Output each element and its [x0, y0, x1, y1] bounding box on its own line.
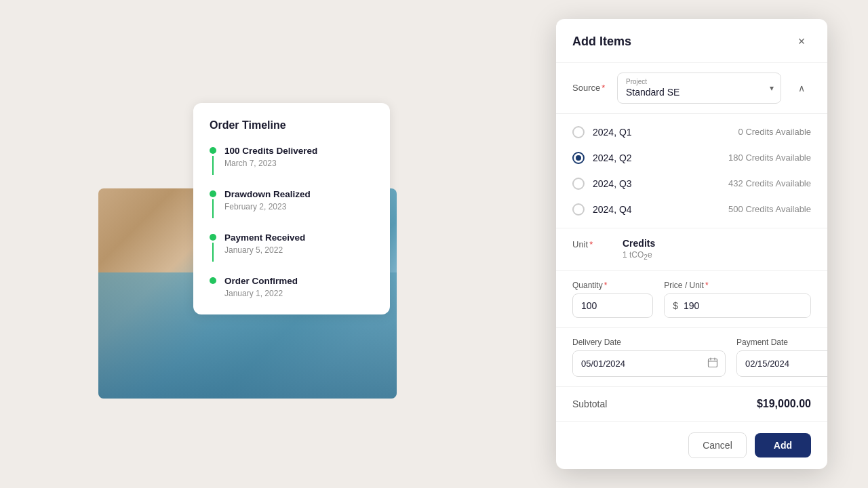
quarter-left: 2024, Q1	[572, 126, 632, 138]
credits-available: 180 Credits Available	[728, 152, 811, 163]
delivery-date-input[interactable]	[573, 352, 701, 375]
dropdown-project-value: Standard SE	[626, 87, 679, 98]
unit-label: Unit*	[572, 239, 593, 249]
subtotal-label: Subtotal	[572, 399, 607, 409]
modal-header: Add Items ×	[556, 19, 827, 63]
project-dropdown[interactable]: Project Standard SE ▾	[617, 73, 781, 104]
unit-desc: 1 tCO2e	[623, 250, 811, 261]
svg-rect-0	[709, 359, 717, 367]
quarter-label: 2024, Q1	[593, 127, 632, 138]
source-row: Source* Project Standard SE ▾ ∧	[556, 63, 827, 114]
close-button[interactable]: ×	[792, 33, 811, 52]
credits-available: 432 Credits Available	[728, 178, 811, 188]
delivery-date-wrapper	[572, 350, 726, 377]
quarter-left: 2024, Q3	[572, 178, 632, 190]
quantity-price-row: Quantity* Price / Unit* $	[556, 271, 827, 328]
quantity-col: Quantity*	[572, 281, 653, 318]
subtotal-row: Subtotal $19,000.00	[556, 387, 827, 422]
add-button[interactable]: Add	[755, 433, 811, 458]
delivery-date-col: Delivery Date	[572, 338, 726, 377]
cancel-button[interactable]: Cancel	[688, 432, 747, 458]
payment-date-input[interactable]	[737, 352, 827, 375]
quarter-left: 2024, Q4	[572, 203, 632, 216]
quarter-item[interactable]: 2024, Q3 432 Credits Available	[572, 171, 811, 197]
date-row: Delivery Date	[556, 328, 827, 387]
price-col: Price / Unit* $	[664, 281, 811, 318]
quarter-item[interactable]: 2024, Q1 0 Credits Available	[572, 119, 811, 145]
payment-date-label: Payment Date	[736, 338, 827, 347]
quarter-item[interactable]: 2024, Q4 500 Credits Available	[572, 197, 811, 222]
quarter-left: 2024, Q2	[572, 152, 632, 164]
quarter-label: 2024, Q4	[593, 204, 632, 215]
radio-button-1[interactable]	[572, 152, 585, 164]
source-label: Source*	[572, 83, 606, 93]
quarter-label: 2024, Q3	[593, 178, 632, 189]
radio-button-2[interactable]	[572, 178, 585, 190]
quarter-label: 2024, Q2	[593, 152, 632, 163]
delivery-calendar-icon[interactable]	[701, 351, 725, 376]
radio-button-0[interactable]	[572, 126, 585, 138]
unit-type: Credits	[623, 238, 811, 249]
radio-button-3[interactable]	[572, 203, 585, 216]
quantity-label: Quantity*	[572, 281, 653, 290]
price-symbol: $	[665, 294, 684, 317]
modal-overlay: Add Items × Source* Project Standard SE …	[0, 0, 868, 488]
quantity-input[interactable]	[572, 293, 653, 318]
price-label: Price / Unit*	[664, 281, 811, 290]
dropdown-project-label: Project	[626, 79, 647, 85]
credits-available: 500 Credits Available	[728, 204, 811, 214]
subtotal-value: $19,000.00	[757, 398, 811, 410]
unit-value-col: Credits 1 tCO2e	[623, 238, 811, 261]
collapse-button[interactable]: ∧	[792, 79, 811, 98]
payment-date-wrapper	[736, 350, 827, 377]
delivery-date-label: Delivery Date	[572, 338, 726, 347]
payment-date-col: Payment Date	[736, 338, 827, 377]
modal-title: Add Items	[572, 35, 631, 49]
modal-body: Source* Project Standard SE ▾ ∧ 2024, Q1	[556, 63, 827, 422]
radio-inner	[576, 155, 581, 161]
dropdown-arrow-icon: ▾	[770, 83, 774, 93]
credits-available: 0 Credits Available	[738, 127, 811, 137]
quarter-item[interactable]: 2024, Q2 180 Credits Available	[572, 145, 811, 171]
quarters-section: 2024, Q1 0 Credits Available 2024, Q2 18…	[556, 114, 827, 228]
price-input-wrapper: $	[664, 293, 811, 318]
modal-footer: Cancel Add	[556, 422, 827, 469]
price-input[interactable]	[684, 294, 810, 317]
unit-label-col: Unit*	[572, 238, 606, 250]
unit-section: Unit* Credits 1 tCO2e	[556, 228, 827, 271]
add-items-modal: Add Items × Source* Project Standard SE …	[556, 19, 827, 469]
